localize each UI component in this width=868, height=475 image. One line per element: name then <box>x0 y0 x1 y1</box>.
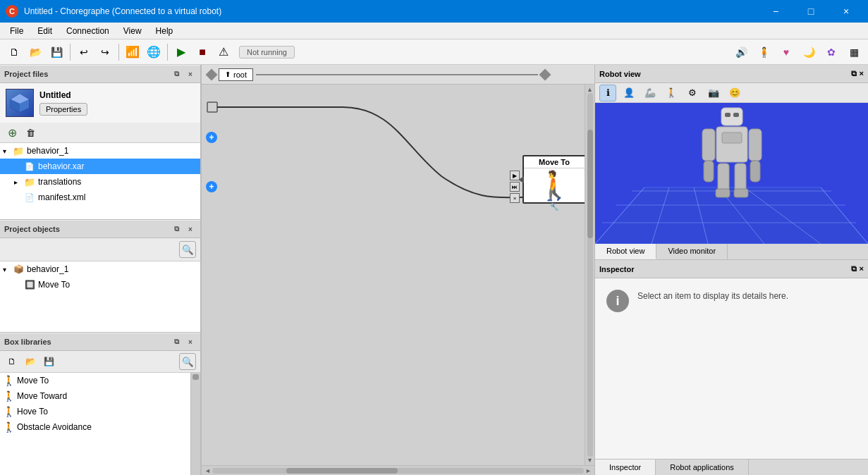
inspector-message: Select an item to display its details he… <box>637 290 788 303</box>
scroll-down-arrow[interactable]: ▼ <box>585 457 594 464</box>
box-libraries-close-button[interactable]: × <box>185 336 196 347</box>
wifi-button[interactable]: 📶 <box>123 42 142 62</box>
canvas-area[interactable]: + + + <box>202 85 585 465</box>
node-play-button[interactable]: ▶ <box>510 171 520 180</box>
svg-rect-5 <box>207 102 217 112</box>
new-button[interactable]: 🗋 <box>4 42 24 62</box>
delete-file-button[interactable]: 🗑 <box>23 125 38 140</box>
menu-file[interactable]: File <box>3 25 30 37</box>
project-objects-float-button[interactable]: ⧉ <box>171 223 182 235</box>
flower-button[interactable]: ✿ <box>821 42 841 62</box>
node-stop-button[interactable]: × <box>510 193 520 203</box>
save-button[interactable]: 💾 <box>47 42 66 62</box>
robot-view-float-button[interactable]: ⧉ <box>851 69 857 78</box>
minimize-button[interactable]: − <box>759 0 792 23</box>
project-files-title: Project files <box>4 70 171 78</box>
redo-button[interactable]: ↪ <box>95 42 115 62</box>
rv-settings-button[interactable]: ⚙ <box>684 85 701 101</box>
project-files-section: Project files ⧉ × Untitled <box>0 65 201 220</box>
move-to-node[interactable]: ▶ ⏭ × Move To 🚶 🔧 <box>522 155 585 204</box>
v-scroll-track[interactable] <box>587 93 593 457</box>
tree-item-manifest[interactable]: 📄 manifest.xml <box>0 190 200 205</box>
rv-joints-button[interactable]: 🦾 <box>642 85 659 101</box>
scroll-up-arrow[interactable]: ▲ <box>585 86 594 93</box>
list-item-movetoward[interactable]: 🚶 Move Toward <box>0 388 190 404</box>
moon-button[interactable]: 🌙 <box>799 42 819 62</box>
canvas-inner: + + + <box>202 85 594 465</box>
alert-button[interactable]: ⚠ <box>214 42 233 62</box>
project-objects-close-button[interactable]: × <box>185 223 196 235</box>
rv-info-button[interactable]: ℹ <box>599 85 616 101</box>
play-button[interactable]: ▶ <box>171 42 191 62</box>
right-toolbar: 🔊 🧍 ♥ 🌙 ✿ ▦ <box>731 42 864 62</box>
svg-rect-29 <box>704 161 714 182</box>
robot-view-toolbar: ℹ 👤 🦾 🚶 ⚙ 📷 😊 <box>595 83 868 103</box>
properties-button[interactable]: Properties <box>39 103 87 116</box>
scroll-left-arrow[interactable]: ◄ <box>203 467 212 474</box>
canvas-horizontal-scrollbar[interactable]: ◄ ► <box>202 465 594 475</box>
volume-button[interactable]: 🔊 <box>731 42 751 62</box>
person-button[interactable]: 🧍 <box>754 42 774 62</box>
inspector-title: Inspector <box>599 265 851 273</box>
tab-inspector[interactable]: Inspector <box>595 459 656 475</box>
tree-item-behaviorxar[interactable]: 📄 behavior.xar <box>0 159 200 174</box>
h-scroll-track[interactable] <box>212 468 584 474</box>
node-step-button[interactable]: ⏭ <box>510 182 520 192</box>
tab-robot-view[interactable]: Robot view <box>595 244 656 259</box>
menu-connection[interactable]: Connection <box>59 25 116 37</box>
bars-button[interactable]: ▦ <box>844 42 864 62</box>
tree-item-behavior1[interactable]: ▾ 📁 behavior_1 <box>0 143 200 159</box>
project-files-float-button[interactable]: ⧉ <box>171 68 182 80</box>
menu-edit[interactable]: Edit <box>30 25 59 37</box>
rv-monitor-button[interactable]: 📷 <box>705 85 722 101</box>
canvas-vertical-scrollbar[interactable]: ▲ ▼ <box>585 85 594 465</box>
bl-open-button[interactable]: 📂 <box>23 354 38 369</box>
tree-item-translations[interactable]: ▸ 📁 translations <box>0 174 200 190</box>
bl-search-button[interactable]: 🔍 <box>179 353 196 370</box>
svg-text:+: + <box>209 132 214 142</box>
box-libraries-float-button[interactable]: ⧉ <box>171 336 182 347</box>
add-file-button[interactable]: ⊕ <box>4 125 20 140</box>
svg-rect-23 <box>721 108 742 125</box>
project-objects-section: Project objects ⧉ × 🔍 ▾ 📦 behavior_1 <box>0 220 201 333</box>
tab-robot-applications[interactable]: Robot applications <box>656 459 749 475</box>
bl-save-button[interactable]: 💾 <box>41 354 56 369</box>
scroll-right-arrow[interactable]: ► <box>584 467 593 474</box>
separator-1 <box>70 44 71 61</box>
h-scroll-thumb[interactable] <box>286 468 398 474</box>
open-button[interactable]: 📂 <box>25 42 45 62</box>
menu-help[interactable]: Help <box>149 25 181 37</box>
list-item-moveto[interactable]: 🚶 Move To <box>0 373 190 388</box>
bl-new-button[interactable]: 🗋 <box>4 354 20 369</box>
undo-button[interactable]: ↩ <box>74 42 94 62</box>
app-icon: C <box>6 5 18 18</box>
box-libraries-section: Box libraries ⧉ × 🗋 📂 💾 🔍 🚶 Move To <box>0 333 201 475</box>
heart-button[interactable]: ♥ <box>776 42 796 62</box>
rv-walk-button[interactable]: 🚶 <box>663 85 680 101</box>
robot-view-close-button[interactable]: × <box>860 69 864 78</box>
project-objects-search-button[interactable]: 🔍 <box>179 241 196 258</box>
v-scroll-thumb[interactable] <box>587 130 593 239</box>
project-info: Untitled Properties <box>0 83 200 123</box>
tree-item-moveto-obj[interactable]: 🔲 Move To <box>0 277 200 292</box>
rv-person-button[interactable]: 👤 <box>621 85 637 101</box>
box-libraries-list: 🚶 Move To 🚶 Move Toward 🚶 Hove To 🚶 Obst… <box>0 373 200 475</box>
inspector-close-button[interactable]: × <box>860 264 864 273</box>
list-item-hoveto[interactable]: 🚶 Hove To <box>0 404 190 419</box>
inspector-float-button[interactable]: ⧉ <box>851 264 857 273</box>
project-files-tree: ▾ 📁 behavior_1 📄 behavior.xar ▸ 📁 transl… <box>0 143 200 219</box>
menu-view[interactable]: View <box>116 25 149 37</box>
svg-rect-30 <box>750 161 760 182</box>
rv-emotion-button[interactable]: 😊 <box>726 85 743 101</box>
network-button[interactable]: 🌐 <box>144 42 164 62</box>
obstacle-icon: 🚶 <box>3 421 14 433</box>
close-button[interactable]: × <box>830 0 862 23</box>
list-item-obstacle[interactable]: 🚶 Obstacle Avoidance <box>0 419 190 435</box>
tab-video-monitor[interactable]: Video monitor <box>656 244 728 259</box>
box-icon: 🔲 <box>24 279 35 290</box>
tree-item-behavior1-obj[interactable]: ▾ 📦 behavior_1 <box>0 261 200 277</box>
stop-button[interactable]: ■ <box>192 42 212 62</box>
maximize-button[interactable]: □ <box>795 0 827 23</box>
box-list-scrollbar[interactable] <box>190 373 200 475</box>
project-files-close-button[interactable]: × <box>185 68 196 80</box>
